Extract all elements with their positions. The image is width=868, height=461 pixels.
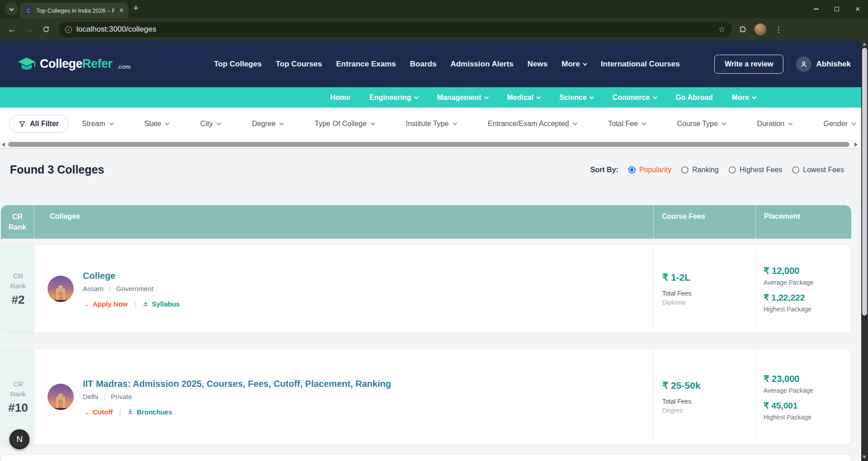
apply-now-link[interactable]: →Apply Now <box>83 300 128 308</box>
nav-top-courses[interactable]: Top Courses <box>275 60 322 69</box>
chevron-down-icon <box>217 121 221 126</box>
college-card: CR Rank #2 College Assam | Government <box>1 245 851 333</box>
spacer <box>764 394 851 400</box>
horizontal-scrollbar[interactable] <box>0 140 861 148</box>
filter-total-fee[interactable]: Total Fee <box>608 120 645 128</box>
filter-stream[interactable]: Stream <box>82 120 113 128</box>
user-menu[interactable]: Abhishek <box>796 56 851 72</box>
nav-international-courses[interactable]: International Courses <box>601 60 680 69</box>
site-logo[interactable]: CollegeRefer .com <box>17 56 131 72</box>
placement-cell: ₹ 12,000 Average Package ₹ 1,22,222 High… <box>755 245 851 333</box>
fee-range: ₹ 25-50k <box>662 380 755 391</box>
nav-more[interactable]: More <box>562 60 587 69</box>
nav-admission-alerts[interactable]: Admission Alerts <box>451 60 513 69</box>
scroll-left-arrow[interactable] <box>2 142 5 147</box>
horizontal-scrollbar-thumb[interactable] <box>8 142 849 147</box>
subnav-science[interactable]: Science <box>559 94 593 102</box>
chevron-down-icon <box>414 94 418 99</box>
download-icon <box>127 409 133 415</box>
subnav-home[interactable]: Home <box>330 94 350 102</box>
url-bar[interactable]: i localhost:3000/colleges ☆ <box>59 22 732 37</box>
filter-state[interactable]: State <box>144 120 169 128</box>
filter-entrance-exam[interactable]: Entrance/Exam Accepted <box>488 120 577 128</box>
tab-close-icon[interactable]: × <box>118 7 125 14</box>
nav-boards[interactable]: Boards <box>410 60 436 69</box>
average-package-value: ₹ 23,000 <box>764 373 851 384</box>
college-card-partial <box>1 454 851 461</box>
filter-type-of-college[interactable]: Type Of College <box>315 120 375 128</box>
graduation-cap-icon <box>17 56 36 72</box>
subnav-more[interactable]: More <box>732 94 756 102</box>
scroll-down-arrow[interactable] <box>863 456 866 459</box>
filter-gender[interactable]: Gender <box>824 120 855 128</box>
india-gate-image <box>51 393 71 410</box>
radio-unselected[interactable] <box>792 166 799 174</box>
minimize-button[interactable] <box>806 0 826 18</box>
results-count-heading: Found 3 Colleges <box>10 163 104 176</box>
scroll-up-arrow[interactable] <box>863 42 866 46</box>
browser-menu-button[interactable]: ⋮ <box>771 22 786 37</box>
nav-top-colleges[interactable]: Top Colleges <box>214 60 261 69</box>
rank-value: #10 <box>8 401 28 415</box>
vertical-scrollbar-thumb[interactable] <box>862 48 867 315</box>
tab-strip: C Top Colleges in India 2026 – Ra × + × <box>0 0 868 18</box>
tab-title: Top Colleges in India 2026 – Ra <box>36 7 114 14</box>
cutoff-link[interactable]: →Cutoff <box>83 408 113 416</box>
filter-institute-type[interactable]: Institute Type <box>406 120 456 128</box>
new-tab-button[interactable]: + <box>133 2 139 14</box>
maximize-icon <box>835 7 839 11</box>
rank-value: #2 <box>12 293 25 307</box>
subnav-go-abroad[interactable]: Go Abroad <box>676 94 713 102</box>
college-title-link[interactable]: IIT Madras: Admission 2025, Courses, Fee… <box>83 378 391 389</box>
subnav-commerce[interactable]: Commerce <box>612 94 657 102</box>
back-button[interactable]: ← <box>5 22 19 37</box>
forward-button[interactable]: → <box>22 22 36 37</box>
tab-search-button[interactable] <box>5 2 18 16</box>
placement-cell: ₹ 23,000 Average Package ₹ 45,001 Highes… <box>755 349 851 444</box>
write-review-button[interactable]: Write a review <box>714 55 783 74</box>
arrow-right-icon: → <box>83 300 90 308</box>
nav-news[interactable]: News <box>527 60 547 69</box>
vertical-scrollbar[interactable] <box>861 41 868 461</box>
sort-by-label: Sort By: <box>590 166 618 174</box>
bookmark-star-icon[interactable]: ☆ <box>718 24 726 34</box>
column-cr-rank: CR Rank <box>1 205 34 239</box>
subnav-engineering[interactable]: Engineering <box>369 94 417 102</box>
filter-duration[interactable]: Duration <box>757 120 792 128</box>
filter-city[interactable]: City <box>200 120 221 128</box>
reload-button[interactable] <box>39 22 53 37</box>
college-ownership: Private <box>111 393 132 400</box>
college-title-link[interactable]: College <box>83 270 180 281</box>
chevron-down-icon <box>583 61 588 66</box>
category-subnav: Home Engineering Management Medical Scie… <box>0 87 868 108</box>
sort-highest-fees[interactable]: Highest Fees <box>729 166 782 174</box>
browser-tab[interactable]: C Top Colleges in India 2026 – Ra × <box>20 3 128 18</box>
radio-unselected[interactable] <box>729 166 736 174</box>
sort-lowest-fees[interactable]: Lowest Fees <box>792 166 844 174</box>
chevron-down-icon <box>642 121 646 126</box>
syllabus-download-link[interactable]: Syllabus <box>142 300 180 308</box>
radio-unselected[interactable] <box>681 166 688 174</box>
sort-popularity[interactable]: Popularity <box>628 166 671 174</box>
brochure-download-link[interactable]: Bronchues <box>127 408 172 416</box>
maximize-button[interactable] <box>826 0 847 18</box>
filter-degree[interactable]: Degree <box>252 120 283 128</box>
subnav-medical[interactable]: Medical <box>507 94 541 102</box>
main-content: Found 3 Colleges Sort By: Popularity Ran… <box>0 148 861 461</box>
college-logo <box>47 276 74 302</box>
filter-course-type[interactable]: Course Type <box>677 120 726 128</box>
subnav-management[interactable]: Management <box>437 94 488 102</box>
college-logo <box>47 384 74 410</box>
fee-range: ₹ 1-2L <box>662 272 755 283</box>
site-info-icon[interactable]: i <box>65 26 72 33</box>
all-filter-button[interactable]: All Filter <box>9 115 68 133</box>
nav-entrance-exams[interactable]: Entrance Exams <box>336 60 396 69</box>
avatar-image <box>754 24 766 35</box>
scroll-right-arrow[interactable] <box>854 142 858 147</box>
radio-selected[interactable] <box>628 166 636 174</box>
profile-avatar[interactable] <box>753 22 768 37</box>
extensions-button[interactable] <box>735 22 750 37</box>
floating-n-button[interactable]: N <box>9 429 29 449</box>
close-button[interactable]: × <box>847 0 868 18</box>
sort-ranking[interactable]: Ranking <box>681 166 719 174</box>
